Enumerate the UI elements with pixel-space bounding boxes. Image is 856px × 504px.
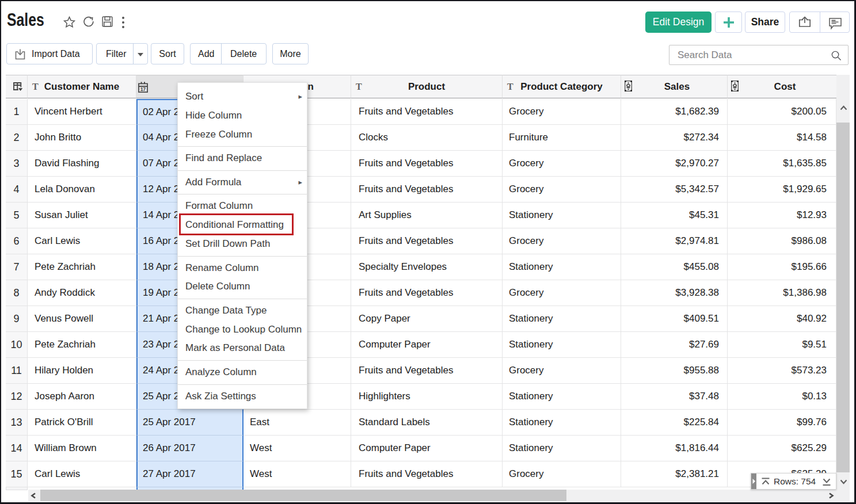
svg-text:17: 17	[140, 87, 146, 92]
